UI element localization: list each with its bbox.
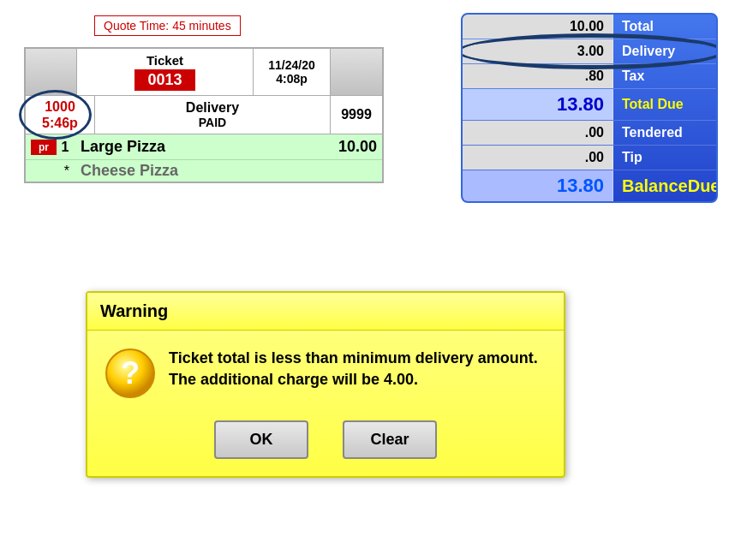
item-prefix: pr xyxy=(31,140,57,155)
warning-buttons: OK Clear xyxy=(87,408,564,476)
delivery-label: Delivery xyxy=(186,100,239,116)
total-row: 10.00 Total xyxy=(463,15,716,39)
ok-button[interactable]: OK xyxy=(214,420,308,459)
modifier-star: * xyxy=(31,164,74,179)
ticket-customer-section: 1000 5:46p xyxy=(26,96,94,134)
modifier-name: Cheese Pizza xyxy=(74,162,377,180)
delivery-value: 3.00 xyxy=(463,39,613,63)
clear-button[interactable]: Clear xyxy=(343,420,437,459)
ticket-header-right-cell xyxy=(331,49,382,95)
paid-label: PAID xyxy=(199,116,226,129)
ticket-delivery-section: Delivery PAID xyxy=(94,96,331,134)
tip-value: .00 xyxy=(463,146,613,170)
balance-due-label: BalanceDue xyxy=(613,172,716,200)
tendered-row: .00 Tendered xyxy=(463,121,716,146)
ticket-row2: 1000 5:46p Delivery PAID 9999 xyxy=(26,96,382,134)
ticket-driver-section: 9999 xyxy=(331,96,382,134)
total-due-label: Total Due xyxy=(613,92,716,116)
item-price: 10.00 xyxy=(326,138,377,156)
ticket-date-section: 11/24/204:08p xyxy=(254,49,331,95)
tax-value: .80 xyxy=(463,64,613,88)
item-name: Large Pizza xyxy=(74,138,326,156)
order-items-list: pr 1 Large Pizza 10.00 * Cheese Pizza xyxy=(26,134,382,182)
warning-content: ? Ticket total is less than minimum deli… xyxy=(87,331,564,408)
balance-due-value: 13.80 xyxy=(463,170,613,201)
balance-due-row: 13.80 BalanceDue xyxy=(463,170,716,201)
totals-panel: 10.00 Total 3.00 Delivery .80 Tax 13.80 … xyxy=(461,13,718,203)
warning-icon: ? xyxy=(105,348,156,399)
driver-number: 9999 xyxy=(341,107,372,122)
table-row: pr 1 Large Pizza 10.00 xyxy=(26,134,382,160)
svg-text:?: ? xyxy=(121,355,140,390)
warning-message: Ticket total is less than minimum delive… xyxy=(169,348,547,390)
customer-circle-decoration xyxy=(19,90,92,140)
ticket-number-section: Ticket 0013 xyxy=(77,49,254,95)
delivery-label: Delivery xyxy=(613,39,716,63)
tendered-value: .00 xyxy=(463,121,613,145)
warning-title: Warning xyxy=(87,293,564,331)
ticket-header: Ticket 0013 11/24/204:08p xyxy=(26,49,382,96)
ticket-panel: Ticket 0013 11/24/204:08p 1000 5:46p Del… xyxy=(24,47,384,183)
ticket-label: Ticket xyxy=(146,53,183,68)
ticket-number: 0013 xyxy=(134,69,194,91)
total-due-row: 13.80 Total Due xyxy=(463,89,716,121)
total-due-value: 13.80 xyxy=(463,89,613,120)
total-value: 10.00 xyxy=(463,15,613,39)
quote-time-banner: Quote Time: 45 minutes xyxy=(94,15,241,36)
tax-row: .80 Tax xyxy=(463,64,716,89)
tip-label: Tip xyxy=(613,146,716,170)
warning-dialog: Warning ? Ticket total is less than mini… xyxy=(86,291,565,478)
item-modifier-row: * Cheese Pizza xyxy=(26,160,382,182)
delivery-row: 3.00 Delivery xyxy=(463,39,716,64)
total-label: Total xyxy=(613,15,716,39)
item-qty: 1 xyxy=(57,140,74,155)
tip-row: .00 Tip xyxy=(463,146,716,170)
ticket-header-left-cell xyxy=(26,49,77,95)
tax-label: Tax xyxy=(613,64,716,88)
ticket-date-time: 11/24/204:08p xyxy=(268,58,315,86)
tendered-label: Tendered xyxy=(613,121,716,145)
